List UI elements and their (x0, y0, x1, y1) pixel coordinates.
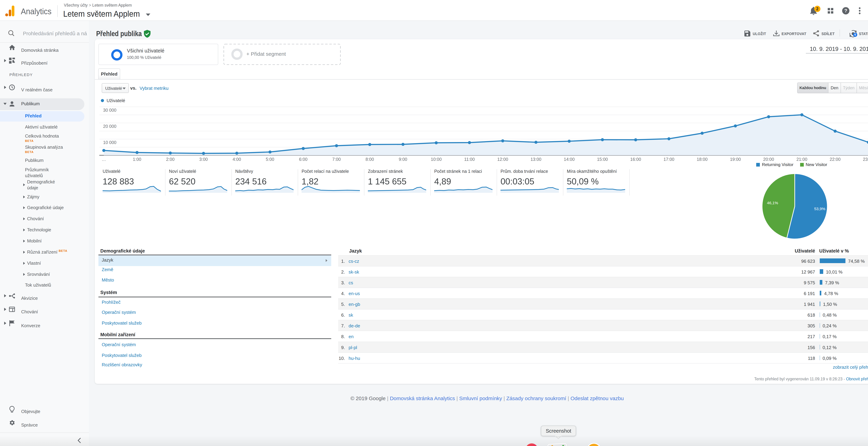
svg-text:13:00: 13:00 (530, 157, 541, 162)
svg-text:7:00: 7:00 (332, 157, 341, 162)
svg-text:9:00: 9:00 (399, 157, 407, 162)
svg-text:1:00: 1:00 (133, 157, 141, 162)
svg-text:18:00: 18:00 (696, 157, 708, 162)
svg-text:19:00: 19:00 (730, 157, 741, 162)
svg-text:11:00: 11:00 (464, 157, 475, 162)
svg-text:17:00: 17:00 (663, 157, 675, 162)
svg-text:3:00: 3:00 (199, 157, 208, 162)
svg-text:10 000: 10 000 (103, 140, 116, 145)
svg-text:20:00: 20:00 (763, 157, 774, 162)
svg-text:16:00: 16:00 (630, 157, 641, 162)
svg-text:10:00: 10:00 (431, 157, 442, 162)
svg-text:8:00: 8:00 (365, 157, 374, 162)
svg-text:4:00: 4:00 (232, 157, 241, 162)
svg-text:22:00: 22:00 (830, 157, 841, 162)
svg-text:46,1%: 46,1% (767, 201, 778, 205)
svg-text:53,9%: 53,9% (814, 207, 825, 211)
svg-text:12:00: 12:00 (497, 157, 508, 162)
svg-text:…: … (102, 157, 106, 162)
svg-text:14:00: 14:00 (564, 157, 575, 162)
svg-text:20 000: 20 000 (103, 124, 116, 129)
svg-text:23:00: 23:00 (863, 157, 868, 162)
svg-text:6:00: 6:00 (299, 157, 307, 162)
svg-text:15:00: 15:00 (597, 157, 608, 162)
svg-text:21:00: 21:00 (797, 157, 807, 162)
svg-text:30 000: 30 000 (103, 108, 116, 113)
svg-text:5:00: 5:00 (266, 157, 274, 162)
svg-text:2:00: 2:00 (166, 157, 175, 162)
